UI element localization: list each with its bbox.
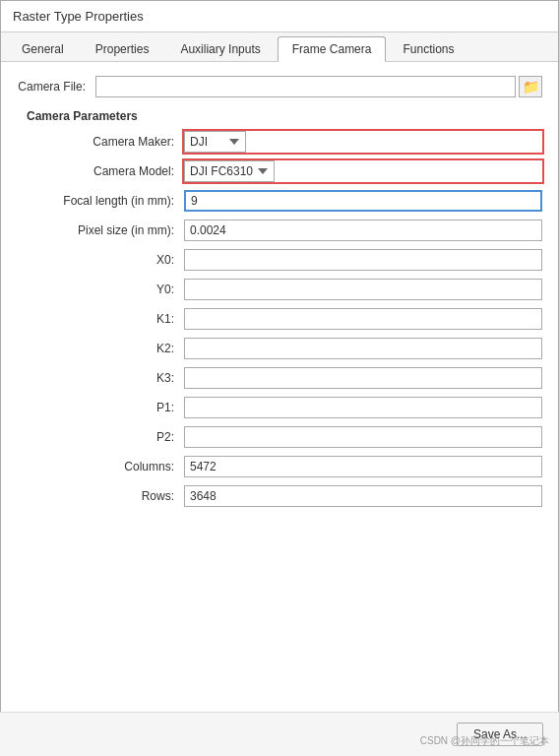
camera-file-input[interactable]: [95, 76, 516, 97]
k3-row: K3:: [27, 367, 542, 389]
k2-label: K2:: [27, 342, 184, 355]
tab-general[interactable]: General: [7, 36, 79, 61]
k1-label: K1:: [27, 312, 184, 326]
x0-label: X0:: [27, 253, 184, 267]
focal-length-row: Focal length (in mm):: [27, 190, 542, 212]
pixel-size-row: Pixel size (in mm):: [27, 220, 542, 241]
y0-label: Y0:: [27, 283, 184, 296]
tab-functions[interactable]: Functions: [388, 36, 468, 61]
k1-row: K1:: [27, 308, 542, 330]
tab-content: Camera File: 📁 Camera Parameters Camera …: [1, 62, 558, 529]
k3-label: K3:: [27, 371, 184, 385]
k1-input[interactable]: [184, 308, 542, 330]
tab-properties[interactable]: Properties: [81, 36, 164, 61]
pixel-size-input[interactable]: [184, 220, 542, 241]
tab-frame-camera[interactable]: Frame Camera: [278, 36, 387, 62]
camera-model-select[interactable]: DJI FC6310 DJI FC220 DJI FC350: [184, 160, 275, 182]
y0-row: Y0:: [27, 279, 542, 300]
camera-model-row: Camera Model: DJI FC6310 DJI FC220 DJI F…: [27, 160, 542, 182]
camera-file-browse-button[interactable]: 📁: [519, 76, 542, 97]
rows-input[interactable]: [184, 485, 542, 507]
camera-model-label: Camera Model:: [27, 164, 184, 178]
camera-maker-select-wrapper: DJI Canon Nikon Sony Other: [184, 131, 542, 153]
title-bar: Raster Type Properties: [1, 1, 558, 32]
camera-file-label: Camera File:: [17, 80, 95, 94]
k2-row: K2:: [27, 338, 542, 359]
camera-parameters-title: Camera Parameters: [17, 109, 542, 123]
camera-maker-row: Camera Maker: DJI Canon Nikon Sony Other: [27, 131, 542, 153]
pixel-size-label: Pixel size (in mm):: [27, 223, 184, 237]
camera-parameters-section: Camera Maker: DJI Canon Nikon Sony Other…: [27, 131, 542, 507]
camera-maker-select[interactable]: DJI Canon Nikon Sony Other: [184, 131, 246, 153]
dialog-title: Raster Type Properties: [13, 9, 144, 24]
p1-label: P1:: [27, 401, 184, 414]
x0-input[interactable]: [184, 249, 542, 271]
tab-auxiliary-inputs[interactable]: Auxiliary Inputs: [165, 36, 275, 61]
p2-input[interactable]: [184, 426, 542, 448]
columns-row: Columns:: [27, 456, 542, 477]
focal-length-input[interactable]: [184, 190, 542, 212]
p1-row: P1:: [27, 397, 542, 418]
focal-length-label: Focal length (in mm):: [27, 194, 184, 208]
camera-file-row: Camera File: 📁: [17, 76, 542, 97]
rows-row: Rows:: [27, 485, 542, 507]
tab-bar: General Properties Auxiliary Inputs Fram…: [1, 32, 558, 62]
x0-row: X0:: [27, 249, 542, 271]
rows-label: Rows:: [27, 489, 184, 503]
y0-input[interactable]: [184, 279, 542, 300]
p2-row: P2:: [27, 426, 542, 448]
columns-input[interactable]: [184, 456, 542, 477]
k3-input[interactable]: [184, 367, 542, 389]
folder-icon: 📁: [523, 79, 539, 94]
k2-input[interactable]: [184, 338, 542, 359]
camera-maker-label: Camera Maker:: [27, 135, 184, 149]
p1-input[interactable]: [184, 397, 542, 418]
watermark: CSDN @孙同学的一个笔记本: [420, 734, 549, 748]
columns-label: Columns:: [27, 460, 184, 473]
p2-label: P2:: [27, 430, 184, 444]
camera-model-select-wrapper: DJI FC6310 DJI FC220 DJI FC350: [184, 160, 542, 182]
